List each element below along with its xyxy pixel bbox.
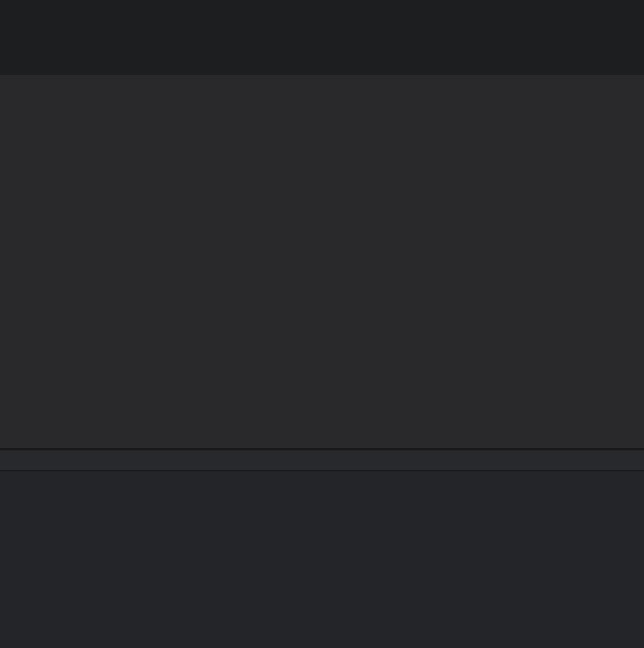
frames-track-header[interactable]: [6, 151, 10, 160]
network-track-header[interactable]: [6, 77, 10, 87]
detail-tabbar[interactable]: [0, 450, 644, 471]
main-track-header[interactable]: [4, 178, 8, 188]
devtools-performance-panel: [0, 0, 644, 648]
summary-pane: [0, 450, 644, 648]
tracks-panel[interactable]: [0, 75, 644, 448]
about-blank-track-header[interactable]: [6, 286, 10, 296]
timeline-overview[interactable]: [0, 0, 644, 75]
